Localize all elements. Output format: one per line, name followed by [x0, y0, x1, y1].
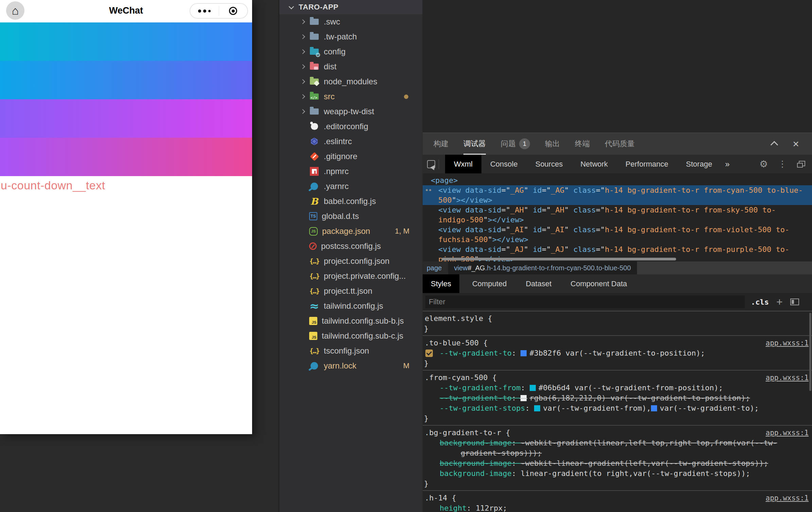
vertical-scrollbar[interactable] [809, 313, 811, 391]
color-swatch[interactable] [534, 405, 540, 411]
code-line[interactable]: <view data-sid="_AJ" id="_AJ" class="h-1… [423, 244, 812, 254]
filter-input[interactable] [425, 295, 745, 308]
breadcrumb: page view#_AG.h-14.bg-gradient-to-r.from… [423, 261, 812, 274]
tree-item-tsconfig-json[interactable]: tsconfig.json [279, 343, 422, 358]
tree-item-tailwind-config-sub-c-js[interactable]: tailwind.config.sub-c.js [279, 328, 422, 343]
panel-tab-label: 问题 [501, 133, 516, 155]
tree-item-yarnrc[interactable]: .yarnrc [279, 179, 422, 194]
tab-styles[interactable]: Styles [423, 274, 459, 293]
gradient-bar-cyan-to-blue[interactable] [0, 22, 252, 61]
chevron-right-icon[interactable] [300, 109, 305, 114]
stylesheet-link[interactable]: app.wxss:1 [766, 373, 809, 383]
toggle-sidebar-icon[interactable] [790, 298, 799, 305]
inspector-tab-console[interactable]: Console [481, 155, 527, 173]
tree-item-tailwind-config-sub-b-js[interactable]: tailwind.config.sub-b.js [279, 313, 422, 328]
gradient-bar-sky-to-indigo[interactable] [0, 61, 252, 99]
css-property[interactable]: --tw-gradient-torgba(6,182,212,0) var(--… [423, 393, 812, 403]
close-icon[interactable]: × [793, 139, 799, 149]
chevron-right-icon[interactable] [300, 19, 305, 24]
tree-item-weapp-tw-dist[interactable]: weapp-tw-dist [279, 104, 422, 119]
tree-item-project-private-config[interactable]: project.private.config... [279, 269, 422, 284]
tab-dataset[interactable]: Dataset [517, 274, 560, 293]
horizontal-scrollbar[interactable] [442, 258, 676, 260]
tree-item-tailwind-config-js[interactable]: tailwind.config.js [279, 298, 422, 313]
code-line[interactable]: <view data-sid="_AH" id="_AH" class="h-1… [423, 205, 812, 215]
color-swatch[interactable] [651, 405, 657, 411]
code-line[interactable]: 500"></view> [423, 195, 812, 205]
breadcrumb-page[interactable]: page [423, 261, 448, 274]
element-picker-icon[interactable] [427, 160, 435, 168]
tree-item-npmrc[interactable]: .npmrc [279, 164, 422, 179]
color-swatch[interactable] [520, 350, 527, 356]
panel-tab-5[interactable]: 代码质量 [605, 133, 635, 155]
tree-item-swc[interactable]: .swc [279, 14, 422, 29]
add-rule-icon[interactable]: + [776, 297, 783, 307]
stylesheet-link[interactable]: app.wxss:1 [766, 428, 809, 438]
tree-root-taro-app[interactable]: TARO-APP [279, 0, 422, 14]
css-property[interactable]: --tw-gradient-to#3b82f6 var(--tw-gradien… [423, 348, 812, 358]
css-property[interactable]: background-imagelinear-gradient(to right… [423, 468, 812, 479]
css-property[interactable]: --tw-gradient-stopsvar(--tw-gradient-fro… [423, 403, 812, 413]
chevron-right-icon[interactable] [300, 79, 305, 84]
panel-tab-3[interactable]: 输出 [545, 133, 560, 155]
gradient-bar-purple-to-pink[interactable] [0, 138, 252, 176]
tree-item-global-d-ts[interactable]: global.d.ts [279, 209, 422, 224]
tree-item-postcss-config-js[interactable]: postcss.config.js [279, 239, 422, 254]
tree-item-yarn-lock[interactable]: yarn.lockM [279, 358, 422, 373]
property-value: rgba(6,182,212,0) var(--tw-gradient-to-p… [529, 394, 750, 402]
css-property[interactable]: background-image-webkit-linear-gradient(… [423, 458, 812, 468]
kebab-menu-icon[interactable]: ⋮ [778, 159, 787, 169]
code-token: " [524, 225, 533, 234]
color-swatch[interactable] [530, 385, 536, 391]
color-swatch[interactable] [520, 395, 527, 401]
code-line[interactable]: <view data-sid="_AI" id="_AI" class="h-1… [423, 225, 812, 235]
code-line[interactable]: ••<view data-sid="_AG" id="_AG" class="h… [423, 185, 812, 195]
inspector-tab-wxml[interactable]: Wxml [445, 155, 481, 173]
inspector-tab-network[interactable]: Network [571, 155, 617, 173]
property-name: --tw-gradient-to [440, 394, 520, 402]
panel-tab-2[interactable]: 问题1 [501, 133, 530, 155]
tree-item-eslintrc[interactable]: .eslintrc [279, 134, 422, 149]
css-property[interactable]: height112rpx; [423, 503, 812, 512]
tree-item-project-config-json[interactable]: project.config.json [279, 254, 422, 269]
css-property[interactable]: --tw-gradient-from#06b6d4 var(--tw-gradi… [423, 383, 812, 393]
tree-item-gitignore[interactable]: .gitignore [279, 149, 422, 164]
panel-tab-4[interactable]: 终端 [575, 133, 590, 155]
tree-item-project-tt-json[interactable]: project.tt.json [279, 284, 422, 298]
gradient-bar-violet-to-fuchsia[interactable] [0, 99, 252, 138]
tree-item-node-modules[interactable]: node_modules [279, 74, 422, 89]
collapse-panel-icon[interactable] [771, 141, 778, 149]
inspector-tab-storage[interactable]: Storage [677, 155, 721, 173]
tree-item-src[interactable]: src [279, 89, 422, 104]
chevron-right-icon[interactable] [300, 49, 305, 54]
inspector-tab-sources[interactable]: Sources [527, 155, 572, 173]
stylesheet-link[interactable]: app.wxss:1 [766, 338, 809, 348]
tree-item-config[interactable]: config [279, 44, 422, 59]
dock-side-icon[interactable] [797, 161, 805, 168]
tree-item-tw-patch[interactable]: .tw-patch [279, 29, 422, 44]
code-line[interactable]: <page> [423, 175, 812, 185]
property-checkbox[interactable] [425, 349, 433, 357]
inspector-tab-»[interactable]: » [721, 155, 734, 173]
tree-item-package-json[interactable]: package.json1, M [279, 224, 422, 239]
code-line[interactable]: indigo-500"></view> [423, 215, 812, 225]
cls-button[interactable]: .cls [751, 298, 769, 306]
more-button[interactable] [190, 4, 219, 18]
panel-tab-1[interactable]: 调试器 [463, 133, 486, 155]
close-minipro-button[interactable] [219, 4, 248, 18]
chevron-right-icon[interactable] [300, 34, 305, 39]
inspector-tab-performance[interactable]: Performance [617, 155, 677, 173]
tree-item-dist[interactable]: dist [279, 59, 422, 74]
tab-computed[interactable]: Computed [464, 274, 515, 293]
chevron-right-icon[interactable] [300, 64, 305, 69]
tree-item-babel-config-js[interactable]: babel.config.js [279, 194, 422, 209]
chevron-right-icon[interactable] [300, 94, 305, 99]
tree-item-editorconfig[interactable]: .editorconfig [279, 119, 422, 134]
stylesheet-link[interactable]: app.wxss:1 [766, 493, 809, 503]
code-line[interactable]: fuchsia-500"></view> [423, 235, 812, 244]
tab-component-data[interactable]: Component Data [562, 274, 635, 293]
css-property[interactable]: background-image-webkit-gradient(linear,… [423, 438, 812, 458]
breadcrumb-view[interactable]: view#_AG.h-14.bg-gradient-to-r.from-cyan… [448, 261, 637, 274]
panel-tab-0[interactable]: 构建 [434, 133, 448, 155]
gear-icon[interactable]: ⚙ [759, 158, 768, 170]
